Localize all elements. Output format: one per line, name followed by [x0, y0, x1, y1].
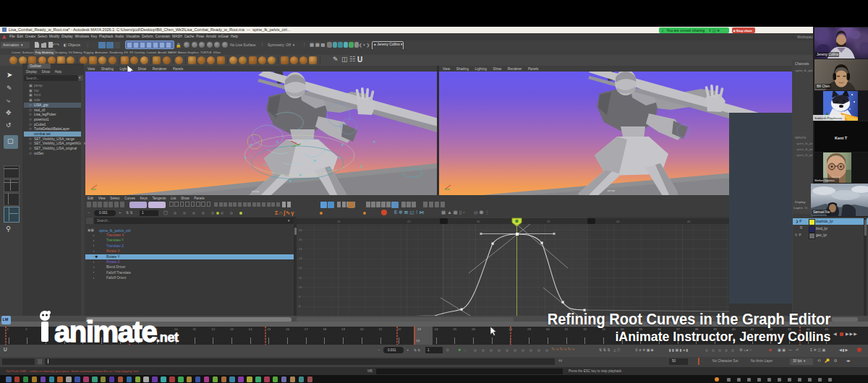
svg-text:animate: animate: [54, 316, 157, 347]
svg-text:.net: .net: [156, 330, 179, 345]
